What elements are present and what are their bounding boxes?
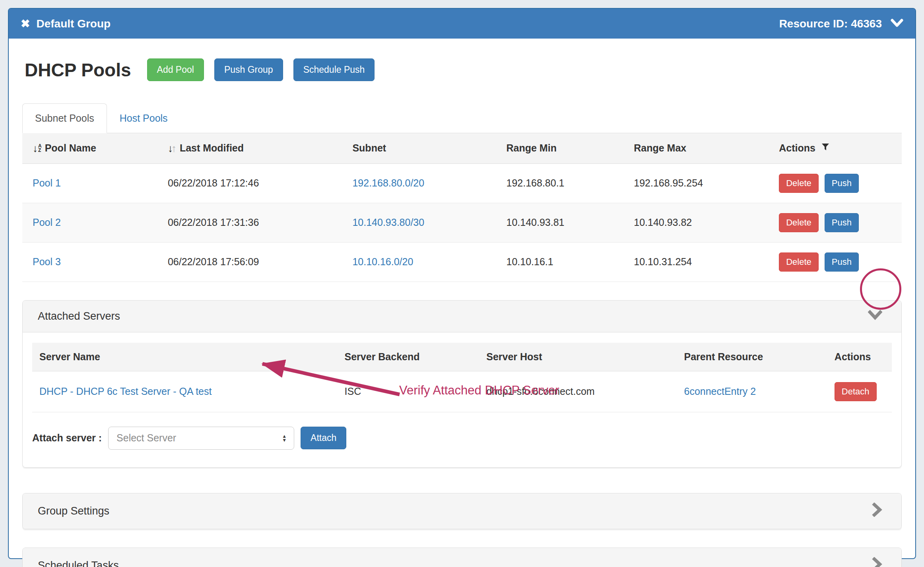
panel-title: Scheduled Tasks (38, 559, 119, 567)
column-pool-name[interactable]: ↓ AZ Pool Name (22, 133, 163, 163)
column-label: Actions (779, 142, 815, 154)
sort-letter-z: Z (38, 148, 42, 153)
last-modified-value: 06/22/2018 17:56:09 (163, 242, 348, 282)
chevron-right-icon[interactable] (872, 557, 882, 567)
range-max-value: 192.168.95.254 (629, 163, 774, 203)
column-server-name: Server Name (32, 343, 338, 371)
chevron-right-icon[interactable] (872, 503, 882, 520)
sort-arrow-up: ↑ (171, 143, 177, 153)
attach-button[interactable]: Attach (301, 427, 346, 449)
column-label: Pool Name (45, 142, 96, 154)
card-header: ✖ Default Group Resource ID: 46363 (9, 9, 915, 39)
server-host-value: dhcp1-sfo.6connect.com (479, 371, 677, 412)
panel-title: Group Settings (38, 505, 109, 517)
page-title: DHCP Pools (25, 59, 131, 81)
server-row: DHCP - DHCP 6c Test Server - QA test ISC… (32, 371, 892, 412)
schedule-push-button[interactable]: Schedule Push (293, 58, 375, 81)
attached-servers-header[interactable]: Attached Servers (23, 301, 901, 332)
last-modified-value: 06/22/2018 17:12:46 (163, 163, 348, 203)
panel-title: Attached Servers (38, 310, 120, 322)
tab-host-pools[interactable]: Host Pools (107, 103, 181, 133)
resource-id-label: Resource ID: 46363 (779, 17, 882, 30)
subnet-link[interactable]: 192.168.80.0/20 (352, 177, 424, 188)
delete-button[interactable]: Delete (779, 213, 819, 232)
scheduled-tasks-panel: Scheduled Tasks (22, 548, 902, 567)
pool-row: Pool 1 06/22/2018 17:12:46 192.168.80.0/… (22, 163, 902, 203)
column-last-modified[interactable]: ↓ ↑ Last Modified (163, 133, 348, 163)
select-arrows-icon: ▲▼ (282, 434, 287, 442)
sort-arrow-down: ↓ (33, 143, 38, 153)
delete-button[interactable]: Delete (779, 174, 819, 193)
add-pool-button[interactable]: Add Pool (147, 58, 204, 81)
column-subnet[interactable]: Subnet (347, 133, 501, 163)
last-modified-value: 06/22/2018 17:31:36 (163, 203, 348, 242)
push-button[interactable]: Push (825, 174, 859, 193)
group-settings-header[interactable]: Group Settings (23, 493, 901, 529)
pool-name-link[interactable]: Pool 1 (33, 177, 61, 188)
detach-button[interactable]: Detach (835, 382, 877, 401)
column-range-min[interactable]: Range Min (502, 133, 629, 163)
default-group-card: ✖ Default Group Resource ID: 46363 DHCP … (8, 8, 916, 559)
attached-servers-panel: Attached Servers Server Name Server Back… (22, 300, 902, 468)
column-label: Last Modified (180, 142, 244, 154)
column-server-backend: Server Backend (338, 343, 479, 371)
server-backend-value: ISC (338, 371, 479, 412)
attach-server-label: Attach server : (32, 432, 102, 444)
range-min-value: 10.10.16.1 (502, 242, 629, 282)
range-min-value: 192.168.80.1 (502, 163, 629, 203)
chevron-down-icon[interactable] (868, 310, 882, 323)
push-group-button[interactable]: Push Group (214, 58, 283, 81)
subnet-link[interactable]: 10.140.93.80/30 (352, 217, 424, 228)
tab-subnet-pools[interactable]: Subnet Pools (22, 103, 107, 133)
sort-az-icon[interactable]: ↓ AZ (33, 143, 42, 153)
pool-tabs: Subnet Pools Host Pools (22, 103, 902, 133)
pool-name-link[interactable]: Pool 2 (33, 217, 61, 228)
subnet-link[interactable]: 10.10.16.0/20 (352, 256, 413, 267)
sort-updown-icon[interactable]: ↓ ↑ (168, 143, 177, 153)
server-name-link[interactable]: DHCP - DHCP 6c Test Server - QA test (39, 386, 212, 397)
pools-table: ↓ AZ Pool Name ↓ ↑ (22, 133, 902, 282)
range-max-value: 10.140.93.82 (629, 203, 774, 242)
scheduled-tasks-header[interactable]: Scheduled Tasks (23, 548, 901, 567)
pool-name-link[interactable]: Pool 3 (33, 256, 61, 267)
close-icon[interactable]: ✖ (21, 18, 30, 29)
push-button[interactable]: Push (825, 213, 859, 232)
pools-table-header-row: ↓ AZ Pool Name ↓ ↑ (22, 133, 902, 163)
group-title: Default Group (36, 17, 111, 30)
pool-row: Pool 3 06/22/2018 17:56:09 10.10.16.0/20… (22, 242, 902, 282)
select-server-dropdown[interactable]: Select Server ▲▼ (108, 427, 294, 450)
delete-button[interactable]: Delete (779, 252, 819, 272)
select-server-value: Select Server (116, 432, 176, 444)
chevron-down-icon[interactable] (891, 18, 903, 29)
attached-servers-table: Server Name Server Backend Server Host P… (32, 343, 892, 412)
pool-row: Pool 2 06/22/2018 17:31:36 10.140.93.80/… (22, 203, 902, 242)
page: ✖ Default Group Resource ID: 46363 DHCP … (0, 0, 924, 567)
column-parent-resource: Parent Resource (677, 343, 827, 371)
range-min-value: 10.140.93.81 (502, 203, 629, 242)
parent-resource-link[interactable]: 6connectEntry 2 (684, 386, 756, 397)
column-server-actions: Actions (827, 343, 892, 371)
servers-table-header-row: Server Name Server Backend Server Host P… (32, 343, 892, 371)
column-server-host: Server Host (479, 343, 677, 371)
filter-icon[interactable] (821, 142, 830, 154)
range-max-value: 10.10.31.254 (629, 242, 774, 282)
group-settings-panel: Group Settings (22, 493, 902, 529)
column-range-max[interactable]: Range Max (629, 133, 774, 163)
column-actions[interactable]: Actions (774, 133, 902, 163)
push-button[interactable]: Push (825, 252, 859, 272)
